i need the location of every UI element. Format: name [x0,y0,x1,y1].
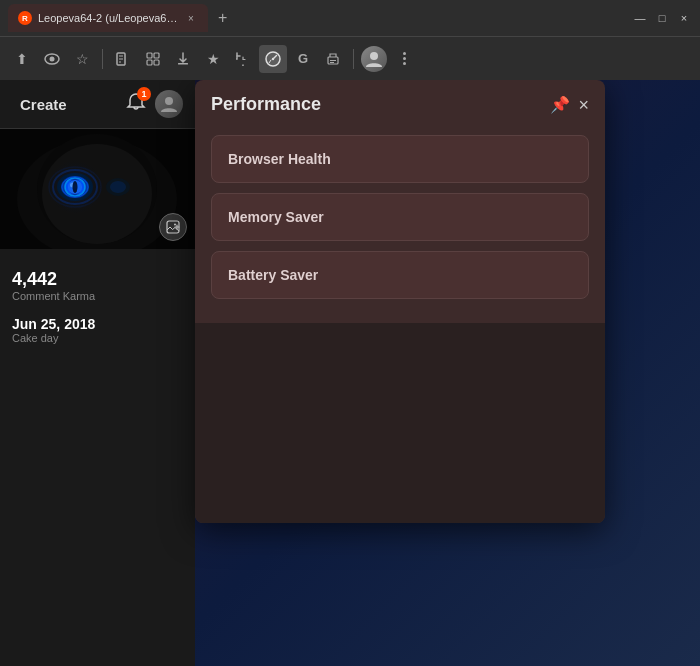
svg-rect-20 [147,60,152,65]
new-tab-icon: + [218,9,227,27]
reading-list-icon[interactable] [109,45,137,73]
browser-window: R Leopeva64-2 (u/Leopeva64-2... × + — □ … [0,0,700,666]
svg-point-44 [110,181,126,193]
svg-point-29 [165,97,173,105]
google-icon[interactable]: G [289,45,317,73]
nav-separator-2 [353,49,354,69]
cake-day-label: Cake day [12,332,183,344]
battery-saver-item[interactable]: Battery Saver [211,251,589,299]
svg-rect-27 [330,62,334,63]
browser-health-item[interactable]: Browser Health [211,135,589,183]
maximize-button[interactable]: □ [654,10,670,26]
memory-saver-label: Memory Saver [228,209,324,225]
main-area: Create 1 [0,80,700,666]
popup-empty-area [195,323,605,523]
close-button[interactable]: × [676,10,692,26]
profile-nav-icon[interactable] [360,45,388,73]
tab-favicon: R [18,11,32,25]
cat-image-area [0,129,195,249]
svg-point-24 [272,57,274,59]
popup-header: Performance 📌 × [195,80,605,127]
title-bar: R Leopeva64-2 (u/Leopeva64-2... × + — □ … [0,0,700,36]
history-icon[interactable] [229,45,257,73]
popup-close-button[interactable]: × [578,96,589,114]
performance-popup: Performance 📌 × Browser Health Memory Sa… [195,80,605,523]
svg-rect-19 [154,53,159,58]
svg-point-28 [370,52,378,60]
notification-button[interactable]: 1 [125,91,147,117]
browser-health-label: Browser Health [228,151,331,167]
karma-number: 4,442 [12,269,183,290]
downloads-icon[interactable] [169,45,197,73]
sidebar-stats: 4,442 Comment Karma Jun 25, 2018 Cake da… [0,249,195,356]
memory-saver-item[interactable]: Memory Saver [211,193,589,241]
tab-label: Leopeva64-2 (u/Leopeva64-2... [38,12,178,24]
nav-bar: ⬆ ☆ [0,36,700,80]
pin-button[interactable]: 📌 [550,95,570,114]
nav-separator-1 [102,49,103,69]
collections-icon[interactable] [139,45,167,73]
svg-point-13 [50,56,55,61]
sidebar-header: Create 1 [0,80,195,129]
web-content-area: Performance 📌 × Browser Health Memory Sa… [195,80,700,666]
battery-saver-label: Battery Saver [228,267,318,283]
bookmark-star-icon[interactable]: ☆ [68,45,96,73]
add-image-button[interactable] [159,213,187,241]
svg-rect-18 [147,53,152,58]
popup-controls: 📌 × [550,95,589,114]
notification-badge: 1 [137,87,151,101]
karma-label: Comment Karma [12,290,183,302]
minimize-button[interactable]: — [632,10,648,26]
active-tab[interactable]: R Leopeva64-2 (u/Leopeva64-2... × [8,4,208,32]
eye-icon[interactable] [38,45,66,73]
new-tab-button[interactable]: + [208,4,237,32]
window-controls: — □ × [632,10,692,26]
popup-title: Performance [211,94,321,115]
svg-point-47 [40,159,110,215]
svg-rect-26 [330,60,336,61]
svg-point-49 [174,224,176,226]
more-menu-icon[interactable] [390,45,418,73]
join-date: Jun 25, 2018 [12,316,183,332]
favorites-icon[interactable]: ★ [199,45,227,73]
tab-bar: R Leopeva64-2 (u/Leopeva64-2... × + [8,4,628,32]
create-button[interactable]: Create [12,92,75,117]
tab-close-button[interactable]: × [184,11,198,25]
share-icon[interactable]: ⬆ [8,45,36,73]
popup-body: Browser Health Memory Saver Battery Save… [195,127,605,323]
performance-nav-icon[interactable] [259,45,287,73]
svg-rect-22 [178,63,188,65]
print-icon[interactable] [319,45,347,73]
sidebar-icon-group: 1 [125,90,183,118]
svg-rect-21 [154,60,159,65]
sidebar: Create 1 [0,80,195,666]
sidebar-user-avatar[interactable] [155,90,183,118]
